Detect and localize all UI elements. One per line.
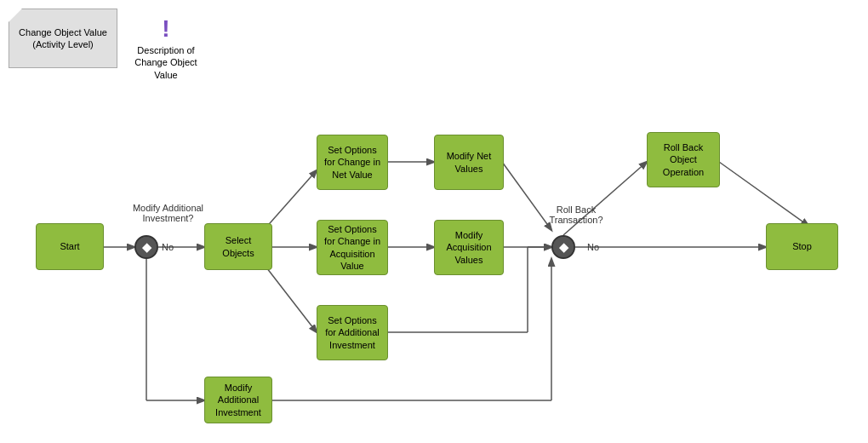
rollback-object-node: Roll Back Object Operation	[647, 132, 720, 187]
set-options-additional-node: Set Options for Additional Investment	[317, 305, 388, 360]
gateway-modify-no-label: No	[162, 242, 174, 252]
svg-line-18	[719, 162, 808, 226]
gateway-rollback: ◆	[551, 235, 575, 259]
modify-acquisition-node: Modify Acquisition Values	[434, 220, 504, 275]
gateway-modify: ◆	[134, 235, 158, 259]
activity-level-header: Change Object Value (Activity Level)	[9, 9, 117, 68]
description-icon-group: ! Description of Change Object Value	[132, 17, 200, 81]
set-options-acquisition-node: Set Options for Change in Acquisition Va…	[317, 220, 388, 275]
gateway-rollback-no-label: No	[587, 242, 599, 252]
modify-net-node: Modify Net Values	[434, 135, 504, 190]
start-node: Start	[36, 223, 104, 270]
diagram-container: Change Object Value (Activity Level) ! D…	[0, 0, 868, 443]
activity-title: Change Object Value (Activity Level)	[9, 23, 117, 55]
svg-line-4	[264, 264, 317, 332]
svg-line-2	[264, 170, 317, 230]
description-label: Description of Change Object Value	[132, 44, 200, 81]
exclamation-icon: !	[162, 17, 169, 41]
gateway-modify-label: Modify Additional Investment?	[132, 203, 204, 223]
gateway-rollback-label: Roll Back Transaction?	[538, 204, 614, 225]
set-options-net-node: Set Options for Change in Net Value	[317, 135, 388, 190]
select-objects-node: Select Objects	[204, 223, 272, 270]
stop-node: Stop	[766, 223, 838, 270]
modify-additional-node: Modify Additional Investment	[204, 377, 272, 423]
